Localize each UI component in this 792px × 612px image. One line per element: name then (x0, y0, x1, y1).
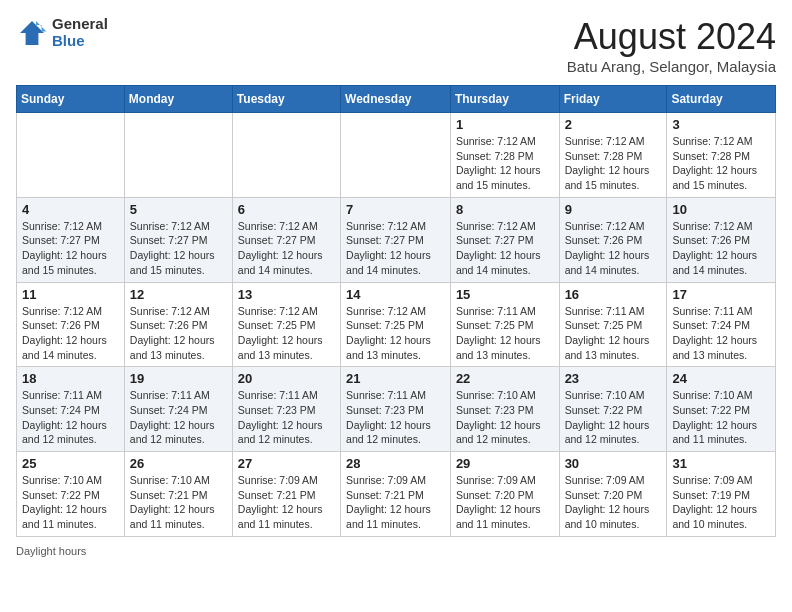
day-info: Sunrise: 7:10 AMSunset: 7:21 PMDaylight:… (130, 473, 227, 532)
day-info: Sunrise: 7:12 AMSunset: 7:27 PMDaylight:… (238, 219, 335, 278)
day-of-week-header: Friday (559, 86, 667, 113)
day-info: Sunrise: 7:12 AMSunset: 7:27 PMDaylight:… (346, 219, 445, 278)
calendar-cell (341, 113, 451, 198)
calendar-cell: 5Sunrise: 7:12 AMSunset: 7:27 PMDaylight… (124, 197, 232, 282)
day-number: 7 (346, 202, 445, 217)
day-info: Sunrise: 7:10 AMSunset: 7:23 PMDaylight:… (456, 388, 554, 447)
calendar-cell: 16Sunrise: 7:11 AMSunset: 7:25 PMDayligh… (559, 282, 667, 367)
calendar-week-row: 25Sunrise: 7:10 AMSunset: 7:22 PMDayligh… (17, 452, 776, 537)
day-number: 29 (456, 456, 554, 471)
calendar-cell: 25Sunrise: 7:10 AMSunset: 7:22 PMDayligh… (17, 452, 125, 537)
logo-blue: Blue (52, 33, 108, 50)
calendar-cell: 10Sunrise: 7:12 AMSunset: 7:26 PMDayligh… (667, 197, 776, 282)
day-of-week-header: Thursday (450, 86, 559, 113)
calendar-week-row: 11Sunrise: 7:12 AMSunset: 7:26 PMDayligh… (17, 282, 776, 367)
day-of-week-header: Saturday (667, 86, 776, 113)
calendar-cell: 14Sunrise: 7:12 AMSunset: 7:25 PMDayligh… (341, 282, 451, 367)
day-number: 10 (672, 202, 770, 217)
logo-text: General Blue (52, 16, 108, 49)
day-info: Sunrise: 7:10 AMSunset: 7:22 PMDaylight:… (672, 388, 770, 447)
logo: General Blue (16, 16, 108, 49)
generalblue-logo-icon (16, 17, 48, 49)
calendar-cell: 20Sunrise: 7:11 AMSunset: 7:23 PMDayligh… (232, 367, 340, 452)
calendar-cell: 24Sunrise: 7:10 AMSunset: 7:22 PMDayligh… (667, 367, 776, 452)
day-info: Sunrise: 7:11 AMSunset: 7:25 PMDaylight:… (565, 304, 662, 363)
calendar-cell: 6Sunrise: 7:12 AMSunset: 7:27 PMDaylight… (232, 197, 340, 282)
day-info: Sunrise: 7:09 AMSunset: 7:20 PMDaylight:… (565, 473, 662, 532)
day-info: Sunrise: 7:12 AMSunset: 7:28 PMDaylight:… (672, 134, 770, 193)
calendar-cell: 9Sunrise: 7:12 AMSunset: 7:26 PMDaylight… (559, 197, 667, 282)
day-number: 5 (130, 202, 227, 217)
calendar-week-row: 18Sunrise: 7:11 AMSunset: 7:24 PMDayligh… (17, 367, 776, 452)
day-number: 19 (130, 371, 227, 386)
day-info: Sunrise: 7:12 AMSunset: 7:27 PMDaylight:… (22, 219, 119, 278)
day-info: Sunrise: 7:12 AMSunset: 7:26 PMDaylight:… (672, 219, 770, 278)
day-info: Sunrise: 7:11 AMSunset: 7:24 PMDaylight:… (672, 304, 770, 363)
day-number: 6 (238, 202, 335, 217)
day-number: 17 (672, 287, 770, 302)
day-number: 15 (456, 287, 554, 302)
day-number: 11 (22, 287, 119, 302)
day-number: 14 (346, 287, 445, 302)
day-number: 21 (346, 371, 445, 386)
day-number: 12 (130, 287, 227, 302)
day-number: 13 (238, 287, 335, 302)
location-subtitle: Batu Arang, Selangor, Malaysia (567, 58, 776, 75)
day-of-week-header: Wednesday (341, 86, 451, 113)
calendar-cell: 7Sunrise: 7:12 AMSunset: 7:27 PMDaylight… (341, 197, 451, 282)
calendar-cell: 29Sunrise: 7:09 AMSunset: 7:20 PMDayligh… (450, 452, 559, 537)
calendar-cell: 4Sunrise: 7:12 AMSunset: 7:27 PMDaylight… (17, 197, 125, 282)
title-block: August 2024 Batu Arang, Selangor, Malays… (567, 16, 776, 75)
daylight-label: Daylight hours (16, 545, 86, 557)
day-number: 2 (565, 117, 662, 132)
day-info: Sunrise: 7:12 AMSunset: 7:28 PMDaylight:… (565, 134, 662, 193)
day-number: 23 (565, 371, 662, 386)
calendar-cell: 15Sunrise: 7:11 AMSunset: 7:25 PMDayligh… (450, 282, 559, 367)
calendar-cell: 3Sunrise: 7:12 AMSunset: 7:28 PMDaylight… (667, 113, 776, 198)
calendar-cell: 26Sunrise: 7:10 AMSunset: 7:21 PMDayligh… (124, 452, 232, 537)
day-info: Sunrise: 7:09 AMSunset: 7:19 PMDaylight:… (672, 473, 770, 532)
calendar-cell: 11Sunrise: 7:12 AMSunset: 7:26 PMDayligh… (17, 282, 125, 367)
calendar-cell (124, 113, 232, 198)
day-of-week-header: Sunday (17, 86, 125, 113)
day-number: 9 (565, 202, 662, 217)
day-info: Sunrise: 7:11 AMSunset: 7:23 PMDaylight:… (346, 388, 445, 447)
calendar-cell (232, 113, 340, 198)
calendar-cell: 22Sunrise: 7:10 AMSunset: 7:23 PMDayligh… (450, 367, 559, 452)
day-number: 20 (238, 371, 335, 386)
day-info: Sunrise: 7:11 AMSunset: 7:24 PMDaylight:… (130, 388, 227, 447)
day-number: 31 (672, 456, 770, 471)
day-number: 22 (456, 371, 554, 386)
logo-general: General (52, 16, 108, 33)
calendar-cell: 18Sunrise: 7:11 AMSunset: 7:24 PMDayligh… (17, 367, 125, 452)
day-info: Sunrise: 7:11 AMSunset: 7:23 PMDaylight:… (238, 388, 335, 447)
calendar-cell: 2Sunrise: 7:12 AMSunset: 7:28 PMDaylight… (559, 113, 667, 198)
day-number: 18 (22, 371, 119, 386)
day-info: Sunrise: 7:12 AMSunset: 7:25 PMDaylight:… (238, 304, 335, 363)
calendar-cell (17, 113, 125, 198)
day-info: Sunrise: 7:10 AMSunset: 7:22 PMDaylight:… (22, 473, 119, 532)
day-number: 25 (22, 456, 119, 471)
day-info: Sunrise: 7:12 AMSunset: 7:26 PMDaylight:… (130, 304, 227, 363)
day-info: Sunrise: 7:10 AMSunset: 7:22 PMDaylight:… (565, 388, 662, 447)
day-info: Sunrise: 7:12 AMSunset: 7:28 PMDaylight:… (456, 134, 554, 193)
day-info: Sunrise: 7:12 AMSunset: 7:25 PMDaylight:… (346, 304, 445, 363)
day-info: Sunrise: 7:11 AMSunset: 7:25 PMDaylight:… (456, 304, 554, 363)
day-info: Sunrise: 7:09 AMSunset: 7:21 PMDaylight:… (238, 473, 335, 532)
calendar-cell: 19Sunrise: 7:11 AMSunset: 7:24 PMDayligh… (124, 367, 232, 452)
calendar-table: SundayMondayTuesdayWednesdayThursdayFrid… (16, 85, 776, 537)
day-info: Sunrise: 7:11 AMSunset: 7:24 PMDaylight:… (22, 388, 119, 447)
calendar-cell: 31Sunrise: 7:09 AMSunset: 7:19 PMDayligh… (667, 452, 776, 537)
day-of-week-header: Tuesday (232, 86, 340, 113)
calendar-cell: 17Sunrise: 7:11 AMSunset: 7:24 PMDayligh… (667, 282, 776, 367)
svg-marker-0 (20, 21, 44, 45)
day-info: Sunrise: 7:12 AMSunset: 7:26 PMDaylight:… (22, 304, 119, 363)
day-number: 26 (130, 456, 227, 471)
day-info: Sunrise: 7:09 AMSunset: 7:20 PMDaylight:… (456, 473, 554, 532)
calendar-cell: 27Sunrise: 7:09 AMSunset: 7:21 PMDayligh… (232, 452, 340, 537)
page-header: General Blue August 2024 Batu Arang, Sel… (16, 16, 776, 75)
day-number: 30 (565, 456, 662, 471)
calendar-footer: Daylight hours (16, 545, 776, 557)
calendar-cell: 30Sunrise: 7:09 AMSunset: 7:20 PMDayligh… (559, 452, 667, 537)
calendar-cell: 28Sunrise: 7:09 AMSunset: 7:21 PMDayligh… (341, 452, 451, 537)
